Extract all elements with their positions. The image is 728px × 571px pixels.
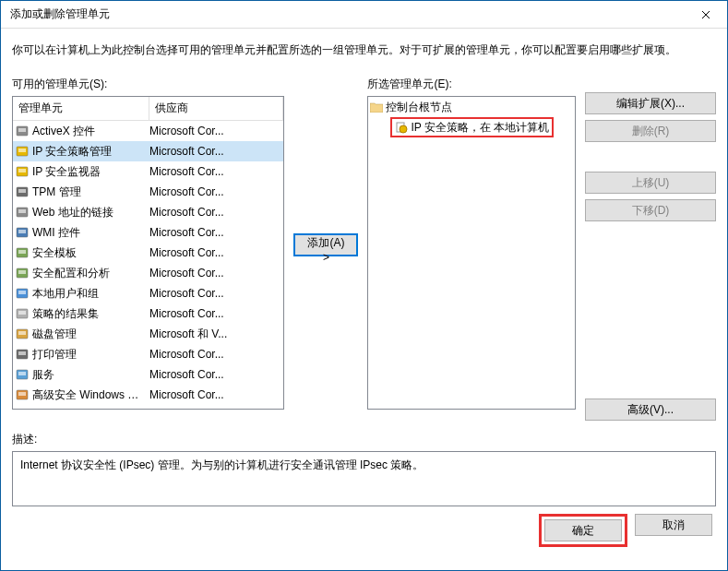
weblink-icon (16, 206, 29, 219)
add-button[interactable]: 添加(A) > (293, 233, 358, 256)
snapin-vendor: Microsoft Cor... (148, 226, 281, 239)
list-item[interactable]: WMI 控件Microsoft Cor... (13, 222, 283, 243)
sec-config-icon (16, 267, 29, 280)
close-button[interactable] (685, 1, 727, 29)
snapin-vendor: Microsoft Cor... (148, 246, 281, 259)
available-column: 可用的管理单元(S): 管理单元 供应商 ActiveX 控件Microsoft… (12, 77, 284, 410)
disk-mgmt-icon (16, 327, 29, 340)
dialog-window: 添加或删除管理单元 你可以在计算机上为此控制台选择可用的管理单元并配置所选的一组… (0, 0, 728, 571)
side-buttons-column: 编辑扩展(X)... 删除(R) 上移(U) 下移(D) 高级(V)... (585, 77, 716, 421)
snapin-vendor: Microsoft Cor... (148, 368, 281, 381)
snapin-name: WMI 控件 (32, 225, 80, 241)
svg-rect-21 (18, 331, 26, 335)
available-listbox[interactable]: 管理单元 供应商 ActiveX 控件Microsoft Cor...IP 安全… (12, 96, 284, 410)
available-list-body[interactable]: ActiveX 控件Microsoft Cor...IP 安全策略管理Micro… (13, 121, 283, 409)
svg-rect-3 (18, 149, 26, 152)
ipsec-policy-icon (395, 121, 408, 134)
list-item[interactable]: 本地用户和组Microsoft Cor... (13, 283, 283, 303)
svg-rect-7 (18, 189, 26, 193)
tree-root-label: 控制台根节点 (386, 100, 452, 115)
edit-extensions-button[interactable]: 编辑扩展(X)... (585, 92, 716, 114)
selected-label: 所选管理单元(E): (367, 77, 576, 92)
tree-root[interactable]: 控制台根节点 (370, 99, 573, 115)
snapin-vendor: Microsoft Cor... (148, 206, 281, 219)
selected-treebox[interactable]: 控制台根节点 IP 安全策略，在 本地计算机 (367, 96, 576, 410)
svg-point-31 (400, 125, 407, 133)
snapin-icon (15, 225, 30, 240)
snapin-icon (15, 306, 30, 321)
list-item[interactable]: 服务Microsoft Cor... (13, 364, 283, 385)
snapin-name: 打印管理 (32, 347, 77, 363)
list-item[interactable]: 安全配置和分析Microsoft Cor... (13, 263, 283, 283)
services-icon (16, 368, 29, 381)
svg-rect-5 (18, 169, 26, 172)
cancel-button[interactable]: 取消 (635, 514, 712, 536)
snapin-name: 安全配置和分析 (32, 266, 110, 281)
advanced-button[interactable]: 高级(V)... (585, 399, 716, 421)
tpm-icon (16, 185, 29, 198)
snapin-icon (15, 327, 30, 341)
wmi-icon (16, 226, 29, 239)
description-text: Internet 协议安全性 (IPsec) 管理。为与别的计算机进行安全通讯管… (20, 458, 424, 471)
dialog-content: 你可以在计算机上为此控制台选择可用的管理单元并配置所选的一组管理单元。对于可扩展… (1, 29, 727, 570)
ok-button[interactable]: 确定 (544, 519, 622, 541)
header-name[interactable]: 管理单元 (13, 97, 149, 120)
snapin-icon (15, 164, 30, 179)
snapin-icon (15, 184, 30, 199)
middle-column: 添加(A) > (293, 77, 358, 256)
sec-template-icon (16, 246, 29, 259)
selected-column: 所选管理单元(E): 控制台根节点 IP 安全策略，在 本地计算机 (367, 77, 576, 410)
list-item[interactable]: 磁盘管理Microsoft 和 V... (13, 324, 283, 344)
snapin-icon (15, 124, 30, 138)
list-item[interactable]: IP 安全监视器Microsoft Cor... (13, 161, 283, 182)
snapin-icon (15, 245, 30, 260)
description-area: 描述: Internet 协议安全性 (IPsec) 管理。为与别的计算机进行安… (12, 432, 716, 506)
move-down-button[interactable]: 下移(D) (585, 199, 716, 221)
snapin-name: 服务 (32, 367, 54, 383)
ipsec-policy-icon (16, 145, 29, 158)
folder-icon (370, 101, 383, 113)
ipsec-monitor-icon (16, 165, 29, 178)
snapin-name: IP 安全策略管理 (32, 144, 112, 160)
adv-firewall-icon (16, 388, 29, 401)
list-item[interactable]: 策略的结果集Microsoft Cor... (13, 303, 283, 324)
rsop-icon (16, 307, 29, 320)
snapin-vendor: Microsoft Cor... (148, 165, 281, 178)
header-vendor[interactable]: 供应商 (149, 97, 283, 120)
list-item[interactable]: 高级安全 Windows 防...Microsoft Cor... (13, 385, 283, 405)
tree-child[interactable]: IP 安全策略，在 本地计算机 (390, 117, 573, 137)
local-users-icon (16, 287, 29, 300)
snapin-icon (15, 367, 30, 382)
list-item[interactable]: ActiveX 控件Microsoft Cor... (13, 121, 283, 141)
activex-icon (16, 125, 29, 137)
snapin-vendor: Microsoft 和 V... (148, 327, 281, 342)
list-item[interactable]: 共享文件夹Microsoft Cor... (13, 405, 283, 409)
list-item[interactable]: 安全模板Microsoft Cor... (13, 243, 283, 263)
snapin-name: Web 地址的链接 (32, 205, 113, 220)
snapin-icon (15, 387, 30, 402)
print-mgmt-icon (16, 348, 29, 361)
list-item[interactable]: Web 地址的链接Microsoft Cor... (13, 202, 283, 222)
list-item[interactable]: 打印管理Microsoft Cor... (13, 344, 283, 364)
footer: 确定 取消 (12, 506, 716, 549)
list-item[interactable]: TPM 管理Microsoft Cor... (13, 182, 283, 202)
remove-button[interactable]: 删除(R) (585, 120, 716, 142)
snapin-icon (15, 205, 30, 220)
svg-rect-25 (18, 372, 26, 375)
snapin-icon (15, 347, 30, 362)
list-item[interactable]: IP 安全策略管理Microsoft Cor... (13, 141, 283, 161)
available-label: 可用的管理单元(S): (12, 77, 284, 92)
move-up-button[interactable]: 上移(U) (585, 172, 716, 194)
window-title: 添加或删除管理单元 (10, 6, 685, 22)
snapin-name: TPM 管理 (32, 184, 81, 200)
snapin-vendor: Microsoft Cor... (148, 307, 281, 320)
snapin-vendor: Microsoft Cor... (148, 287, 281, 300)
svg-rect-15 (18, 270, 26, 274)
svg-rect-27 (18, 392, 26, 396)
description-box: Internet 协议安全性 (IPsec) 管理。为与别的计算机进行安全通讯管… (12, 451, 716, 506)
snapin-vendor: Microsoft Cor... (148, 185, 281, 198)
snapin-name: 安全模板 (32, 245, 77, 261)
snapin-vendor: Microsoft Cor... (148, 145, 281, 158)
snapin-vendor: Microsoft Cor... (148, 267, 281, 280)
tree-selected-item[interactable]: IP 安全策略，在 本地计算机 (390, 117, 554, 137)
